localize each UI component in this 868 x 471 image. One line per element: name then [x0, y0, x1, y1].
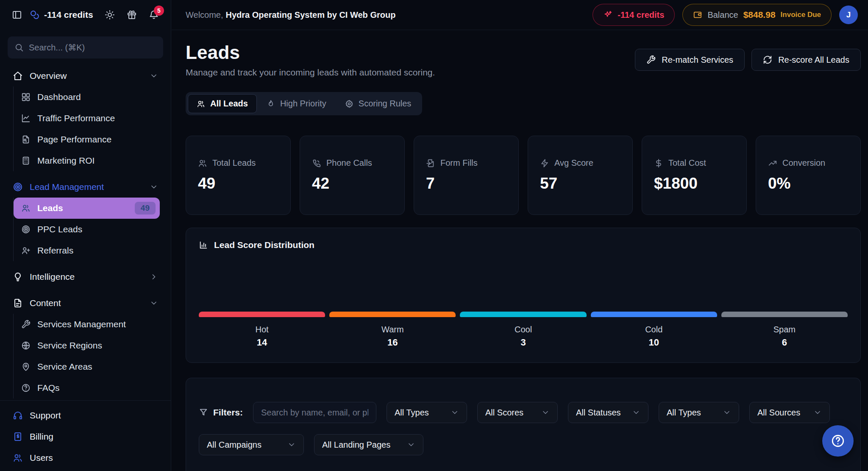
sparkles-icon: [603, 10, 612, 20]
score-segment-hot: Hot14: [199, 312, 325, 348]
stat-value: 7: [426, 175, 506, 192]
rescore-all-leads-button[interactable]: Re-score All Leads: [751, 49, 861, 71]
help-circle-icon: [21, 383, 31, 393]
chevron-down-icon: [150, 72, 158, 80]
sidebar-item-page-performance[interactable]: Page Performance: [14, 129, 164, 150]
sidebar-item-content[interactable]: Content: [7, 293, 164, 314]
app-title: Hydra Operating System by CI Web Group: [226, 10, 396, 20]
chevron-right-icon: [150, 273, 158, 281]
select-value: All Campaigns: [207, 440, 262, 450]
sidebar-nav: Overview Dashboard Traffic Performance P…: [0, 64, 171, 400]
filters-card: Filters: All Types All Scores All Status…: [186, 378, 861, 471]
segment-bar: [460, 312, 586, 317]
content-subgroup: Services Management Service Regions Serv…: [13, 314, 164, 399]
sidebar-item-billing[interactable]: Billing: [7, 426, 164, 447]
segment-count: 14: [199, 337, 325, 348]
score-segment-warm: Warm16: [329, 312, 456, 348]
tab-all-leads[interactable]: All Leads: [188, 94, 257, 113]
globe-icon: [21, 341, 31, 350]
rematch-services-label: Re-match Services: [662, 55, 733, 65]
sidebar-item-leads[interactable]: Leads 49: [14, 198, 160, 219]
credits-pill[interactable]: -114 credits: [593, 4, 675, 26]
target-icon: [13, 182, 23, 192]
nav-label: Service Regions: [37, 340, 102, 351]
sidebar-item-services-management[interactable]: Services Management: [14, 314, 164, 335]
user-avatar[interactable]: J: [839, 6, 858, 24]
sidebar-item-intelligence[interactable]: Intelligence: [7, 266, 164, 287]
filter-select-scores[interactable]: All Scores: [477, 402, 558, 423]
phone-call-icon: [312, 159, 321, 168]
stat-label: Total Leads: [212, 158, 256, 168]
rematch-services-button[interactable]: Re-match Services: [635, 49, 745, 71]
segment-bar: [199, 312, 325, 317]
sidebar-item-lead-management[interactable]: Lead Management: [7, 176, 164, 198]
sidebar-item-service-areas[interactable]: Service Areas: [14, 356, 164, 377]
sidebar-item-support[interactable]: Support: [7, 405, 164, 426]
sidebar-item-users[interactable]: Users: [7, 447, 164, 468]
lead-search-input[interactable]: [253, 402, 376, 423]
file-search-icon: [21, 135, 31, 144]
stat-label: Form Fills: [440, 158, 478, 168]
sidebar-footer-nav: Support Billing Users: [0, 400, 171, 471]
nav-label: Service Areas: [37, 362, 92, 372]
sidebar-search: [8, 36, 163, 59]
sidebar-item-service-regions[interactable]: Service Regions: [14, 335, 164, 356]
nav-label: Leads: [37, 203, 63, 213]
filters-label: Filters:: [199, 407, 243, 418]
nav-label: Users: [30, 453, 53, 463]
sidebar-item-faqs[interactable]: FAQs: [14, 377, 164, 399]
sidebar-item-traffic-performance[interactable]: Traffic Performance: [14, 108, 164, 129]
file-input-icon: [426, 159, 435, 168]
bar-chart-icon: [199, 240, 208, 250]
users-icon: [21, 203, 31, 213]
sidebar-item-ppc-leads[interactable]: PPC Leads: [14, 219, 164, 240]
tab-scoring-rules[interactable]: Scoring Rules: [336, 94, 420, 113]
stat-value: $1800: [654, 175, 734, 192]
sidebar-toolbar: -114 credits 5: [0, 0, 171, 30]
refresh-icon: [763, 55, 772, 64]
nav-label: Dashboard: [37, 92, 81, 102]
filter-select-statuses[interactable]: All Statuses: [568, 402, 648, 423]
sidebar-item-referrals[interactable]: Referrals: [14, 240, 164, 261]
theme-toggle-button[interactable]: [105, 10, 115, 20]
main-content: Leads Manage and track your incoming lea…: [172, 30, 868, 471]
chevron-down-icon: [541, 408, 550, 417]
nav-label: Overview: [30, 71, 67, 81]
sidebar-item-marketing-roi[interactable]: Marketing ROI: [14, 150, 164, 171]
stat-card-avg-score: Avg Score 57: [528, 136, 633, 215]
nav-label: PPC Leads: [37, 224, 82, 234]
filter-select-types-2[interactable]: All Types: [659, 402, 739, 423]
sidebar-item-dashboard[interactable]: Dashboard: [14, 86, 164, 108]
sidebar-search-input[interactable]: [29, 43, 156, 53]
flame-icon: [267, 100, 275, 108]
filter-select-landing-pages[interactable]: All Landing Pages: [314, 434, 423, 455]
segment-label: Hot: [199, 325, 325, 334]
wallet-icon: [693, 10, 702, 20]
filter-select-campaigns[interactable]: All Campaigns: [199, 434, 304, 455]
filter-select-sources[interactable]: All Sources: [749, 402, 830, 423]
segment-label: Warm: [329, 325, 456, 334]
lightbulb-icon: [13, 272, 23, 282]
stat-card-phone-calls: Phone Calls 42: [300, 136, 405, 215]
filter-select-types[interactable]: All Types: [387, 402, 467, 423]
tab-high-priority[interactable]: High Priority: [258, 94, 335, 113]
gift-icon: [127, 10, 137, 20]
sidebar-item-overview[interactable]: Overview: [7, 65, 164, 86]
stat-label: Phone Calls: [326, 158, 372, 168]
stat-label: Avg Score: [554, 158, 593, 168]
chevron-down-icon: [150, 299, 158, 307]
notifications-button[interactable]: 5: [149, 10, 159, 20]
rewards-button[interactable]: [127, 10, 137, 20]
lead-score-distribution-card: Lead Score Distribution Hot14Warm16Cool3…: [186, 228, 861, 363]
users-icon: [197, 100, 205, 108]
select-value: All Types: [667, 408, 701, 418]
help-button[interactable]: [822, 425, 854, 457]
sidebar: -114 credits 5 Overview: [0, 0, 171, 471]
sidebar-toggle-button[interactable]: [12, 10, 22, 20]
sidebar-credits: -114 credits: [30, 10, 93, 20]
stat-card-conversion: Conversion 0%: [756, 136, 861, 215]
chevron-down-icon: [407, 440, 415, 449]
select-value: All Sources: [757, 408, 800, 418]
balance-pill[interactable]: Balance $848.98 Invoice Due: [682, 4, 832, 26]
stat-value: 42: [312, 175, 392, 192]
